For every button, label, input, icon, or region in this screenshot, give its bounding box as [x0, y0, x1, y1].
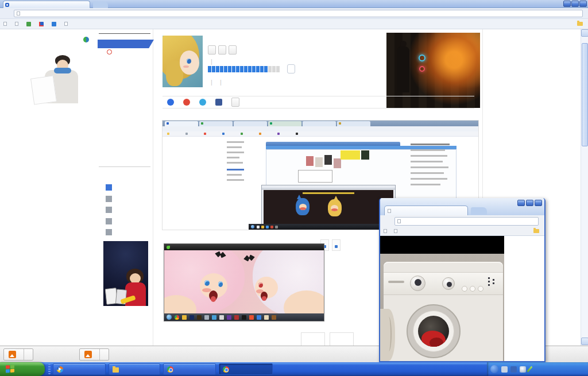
popup-window[interactable] [379, 198, 546, 362]
page-icon [3, 22, 7, 26]
top5-item[interactable] [106, 182, 115, 193]
art [227, 141, 244, 143]
scrollbar[interactable] [581, 29, 588, 346]
standard-chartered-ad[interactable] [5, 33, 92, 125]
tray-pencil-icon[interactable] [527, 366, 532, 372]
art [218, 281, 223, 287]
art [54, 68, 71, 73]
mypeople-icon [183, 99, 190, 106]
game-ad[interactable] [103, 241, 148, 306]
washing-machine-photo[interactable] [380, 254, 504, 361]
view-posts-button[interactable] [208, 45, 216, 55]
art [411, 172, 444, 174]
divider [48, 364, 51, 374]
main-browser-tab[interactable] [3, 1, 90, 8]
main-tab-strip [0, 0, 588, 8]
taskbar-item-wmp[interactable] [53, 363, 106, 375]
nav-item-selected[interactable] [98, 40, 154, 48]
new-tab-button[interactable] [471, 207, 487, 215]
art [219, 315, 224, 320]
art [227, 157, 239, 158]
viewer-app-icon [167, 246, 170, 249]
bookmark-item[interactable] [384, 229, 389, 233]
other-bookmarks-folder[interactable] [533, 229, 541, 233]
download-item[interactable] [79, 348, 109, 361]
art [227, 146, 242, 148]
bookmark-item[interactable] [52, 22, 58, 26]
more-button[interactable] [231, 98, 239, 107]
art [257, 226, 260, 228]
tray-icon[interactable] [520, 366, 526, 373]
top5-item[interactable] [106, 193, 115, 205]
address-bar[interactable] [14, 10, 583, 17]
top5-item[interactable] [106, 204, 115, 216]
other-bookmarks-folder[interactable] [577, 22, 585, 26]
chrome-icon [167, 366, 173, 373]
bookmark-item[interactable] [39, 22, 45, 26]
art [430, 338, 443, 347]
popup-address-bar[interactable] [394, 217, 539, 226]
share-twitter[interactable] [199, 99, 208, 106]
embedded-screenshot-2[interactable] [164, 243, 324, 321]
bookmark-item[interactable] [394, 229, 399, 233]
download-dropdown-icon[interactable] [99, 349, 109, 360]
taskbar-item-popup[interactable] [219, 363, 273, 375]
window-controls [563, 1, 587, 7]
exp-bar [208, 66, 280, 72]
share-mypi[interactable] [167, 99, 176, 106]
art [270, 226, 273, 228]
art [163, 121, 478, 126]
art [303, 121, 336, 126]
close-button[interactable] [579, 1, 587, 7]
user-avatar[interactable] [163, 36, 203, 87]
restore-button[interactable] [571, 1, 579, 7]
art [187, 59, 191, 64]
vote-down-button[interactable] [330, 332, 354, 346]
download-dropdown-icon[interactable] [24, 349, 33, 360]
popup-tab[interactable] [384, 206, 468, 215]
art [275, 226, 278, 228]
minimize-button[interactable] [563, 1, 571, 7]
tray-icon[interactable] [501, 366, 508, 373]
art [243, 254, 256, 262]
top5-item[interactable] [106, 227, 115, 238]
mypi-button[interactable] [229, 45, 237, 55]
art [397, 46, 409, 92]
bookmark-item[interactable] [26, 22, 33, 26]
new-tab-button[interactable] [93, 2, 108, 8]
maximize-button[interactable] [526, 200, 533, 206]
tray-icon[interactable] [510, 366, 517, 373]
art [411, 161, 443, 162]
art [165, 121, 198, 126]
chrome-icon [223, 366, 229, 373]
share-mypeople[interactable] [183, 99, 192, 106]
taskbar-item-folder[interactable] [109, 363, 160, 375]
taskbar-item-browser[interactable] [163, 363, 216, 375]
windows-logo-icon [6, 365, 15, 374]
bookmark-item[interactable] [15, 22, 20, 26]
mini-vote-down[interactable] [332, 239, 341, 251]
popup-titlebar[interactable] [380, 198, 544, 215]
share-facebook[interactable] [215, 99, 225, 106]
send-message-button[interactable] [218, 45, 226, 55]
close-button[interactable] [535, 200, 542, 206]
adult-badge [107, 49, 112, 55]
art [227, 162, 243, 164]
folder-icon [113, 367, 119, 373]
art [270, 122, 272, 125]
scroll-down-button[interactable] [581, 338, 588, 345]
tray-hide-icon[interactable] [490, 365, 498, 373]
vote-up-button[interactable] [301, 332, 325, 346]
start-button[interactable] [0, 362, 45, 376]
scroll-thumb[interactable] [582, 43, 588, 146]
bookmark-item[interactable] [3, 22, 9, 26]
viewer-image [164, 250, 324, 314]
scroll-up-button[interactable] [581, 29, 588, 37]
art [259, 133, 261, 135]
top5-item[interactable] [106, 216, 115, 227]
art [337, 121, 370, 126]
bookmark-item[interactable] [64, 22, 69, 26]
minimize-button[interactable] [517, 200, 525, 206]
download-item[interactable] [3, 348, 33, 361]
nav-item-adult[interactable] [106, 48, 158, 57]
